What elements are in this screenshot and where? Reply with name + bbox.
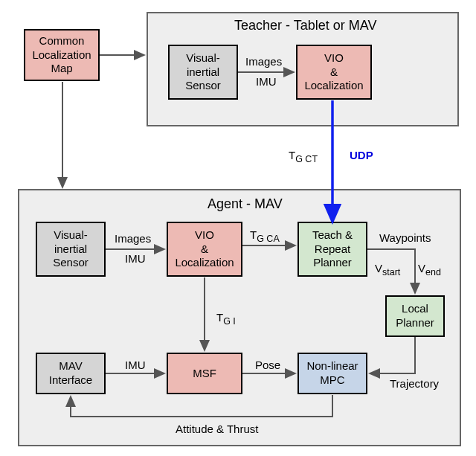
edge-label-trajectory: Trajectory — [390, 377, 439, 390]
node-local-planner: LocalPlanner — [385, 295, 445, 337]
edge-label-vend: Vend — [418, 262, 441, 277]
node-teacher-visual-inertial-sensor: Visual-inertialSensor — [168, 45, 238, 100]
edge-label-tgca: TG CA — [250, 228, 280, 244]
edge-label-images: Images — [115, 232, 151, 245]
node-msf: MSF — [167, 353, 242, 394]
node-teacher-vio-localization: VIO&Localization — [296, 45, 372, 100]
node-label: MAVInterface — [49, 359, 92, 388]
node-mav-interface: MAVInterface — [36, 353, 106, 394]
edge-label-pose: Pose — [255, 359, 280, 371]
container-title-agent: Agent - MAV — [208, 196, 283, 212]
node-label: Non-linearMPC — [306, 359, 358, 388]
edge-label-tgct: TG CT — [289, 149, 318, 164]
node-agent-visual-inertial-sensor: Visual-inertialSensor — [36, 222, 106, 277]
node-label: Teach &RepeatPlanner — [312, 228, 353, 270]
node-nonlinear-mpc: Non-linearMPC — [298, 353, 367, 394]
node-label: LocalPlanner — [396, 302, 434, 330]
edge-label-udp: UDP — [350, 149, 373, 161]
edge-label-vstart: Vstart — [375, 262, 400, 277]
node-label: Visual-inertialSensor — [53, 228, 89, 270]
edge-label-attitude-thrust: Attitude & Thrust — [176, 423, 258, 435]
edge-label-imu: IMU — [125, 252, 146, 265]
node-common-localization-map: CommonLocalizationMap — [24, 29, 100, 81]
container-title-teacher: Teacher - Tablet or MAV — [234, 18, 376, 33]
edge-label-tgi: TG I — [216, 311, 236, 327]
node-label: CommonLocalizationMap — [32, 34, 91, 76]
edge-label-imu: IMU — [125, 359, 146, 371]
node-teach-repeat-planner: Teach &RepeatPlanner — [298, 222, 367, 277]
edge-label-imu: IMU — [256, 75, 277, 88]
node-agent-vio-localization: VIO&Localization — [167, 222, 242, 277]
node-label: VIO&Localization — [175, 228, 234, 270]
node-label: Visual-inertialSensor — [185, 51, 221, 93]
node-label: VIO&Localization — [304, 51, 363, 93]
edge-label-images: Images — [245, 55, 282, 68]
node-label: MSF — [193, 367, 216, 381]
edge-label-waypoints: Waypoints — [379, 231, 431, 244]
